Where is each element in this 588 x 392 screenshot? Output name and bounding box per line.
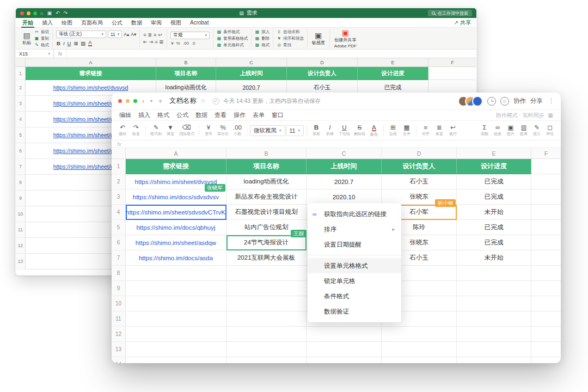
column-header-b[interactable]: B bbox=[226, 148, 307, 158]
menu-item[interactable]: 表单 bbox=[253, 111, 265, 119]
cell[interactable] bbox=[457, 327, 531, 342]
ribbon-tab[interactable]: 数据 bbox=[130, 18, 143, 28]
cell[interactable] bbox=[382, 357, 457, 363]
clipboard-mini-button[interactable]: ✂ 剪切 bbox=[34, 29, 49, 35]
ribbon-tab-home[interactable]: 开始 bbox=[21, 18, 34, 28]
menu-item-cell-format[interactable]: 设置单元格格式 bbox=[308, 258, 401, 273]
font-resize-button[interactable]: A▾ bbox=[131, 32, 136, 37]
cell[interactable] bbox=[531, 357, 561, 363]
more-menu-icon[interactable]: ⋮ bbox=[547, 97, 554, 105]
row-header[interactable]: 8 bbox=[112, 266, 126, 281]
cell[interactable] bbox=[531, 327, 561, 342]
cell[interactable] bbox=[531, 250, 561, 266]
row-header[interactable]: 9 bbox=[16, 191, 26, 206]
font-name-select[interactable]: 微软雅黑 ▾ bbox=[250, 125, 285, 136]
row-header[interactable]: 1 bbox=[16, 67, 26, 80]
font-style-button[interactable]: ▨ bbox=[81, 40, 85, 46]
cell[interactable]: 2021互联网大会展板 bbox=[226, 250, 307, 266]
cell-selected[interactable]: https://shimo.im/sheet/sdvsdvCTrvKa bbox=[126, 205, 226, 220]
header-cell[interactable]: 需求链接 bbox=[26, 67, 156, 80]
cell[interactable] bbox=[531, 235, 561, 250]
sensitivity-button[interactable]: ▣ 敏感度 bbox=[311, 32, 326, 46]
toolbar-button[interactable]: ▥图表 bbox=[517, 125, 530, 136]
toolbar-button[interactable]: I斜体 bbox=[323, 125, 336, 136]
cell[interactable]: https://shimo.im/docs/sdvsdvsv bbox=[126, 189, 226, 205]
cells-button[interactable]: ▦ 删除 bbox=[255, 36, 270, 41]
cell[interactable]: 已完成 bbox=[457, 220, 531, 235]
font-resize-button[interactable]: A▴ bbox=[124, 32, 129, 37]
header-cell[interactable]: 项目名称 bbox=[226, 159, 307, 174]
header-cell[interactable]: 设计进度 bbox=[358, 67, 428, 80]
cell[interactable] bbox=[382, 342, 457, 357]
toolbar-button[interactable]: ≣垂直 bbox=[433, 125, 446, 136]
column-header-e[interactable]: E bbox=[457, 148, 531, 158]
menu-item[interactable]: 编辑 bbox=[119, 111, 131, 119]
cell[interactable]: 2020.7 bbox=[307, 174, 382, 189]
header-cell[interactable]: 设计进度 bbox=[457, 159, 531, 174]
cell[interactable] bbox=[531, 189, 561, 205]
row-header[interactable]: 3 bbox=[112, 189, 126, 205]
cell[interactable] bbox=[531, 281, 561, 296]
row-header[interactable]: 6 bbox=[112, 235, 126, 250]
ribbon-tab[interactable]: 公式 bbox=[111, 18, 124, 28]
row-header[interactable]: 12 bbox=[112, 327, 126, 342]
cell[interactable]: 新品发布会主视觉设计 bbox=[226, 189, 307, 205]
cell[interactable] bbox=[307, 342, 382, 357]
back-icon[interactable]: ‹ bbox=[141, 98, 145, 105]
cell[interactable]: 未开始 bbox=[457, 205, 531, 220]
toolbar-button[interactable]: A颜色 bbox=[367, 125, 381, 137]
cell[interactable]: 石小玉 bbox=[382, 174, 457, 189]
row-header[interactable]: 7 bbox=[112, 250, 126, 266]
cell[interactable] bbox=[226, 266, 307, 281]
cell[interactable] bbox=[531, 311, 561, 327]
cell[interactable] bbox=[457, 357, 531, 363]
ribbon-tab[interactable]: 视图 bbox=[169, 18, 182, 28]
row-header[interactable]: 12 bbox=[16, 238, 26, 254]
toolbar-button[interactable]: ⊞边框 bbox=[387, 125, 400, 136]
cell[interactable]: 已完成 bbox=[457, 189, 531, 205]
align-button[interactable]: ⇤ bbox=[143, 39, 148, 45]
editing-button[interactable]: ▼ 排序和筛选 bbox=[277, 36, 304, 41]
header-cell[interactable]: 上线时间 bbox=[307, 159, 382, 174]
cell[interactable]: 石墨视觉设计项目规划 bbox=[226, 205, 307, 220]
toolbar-button[interactable]: ◻评论 bbox=[543, 125, 556, 136]
close-button[interactable] bbox=[118, 99, 122, 103]
style-button[interactable]: ▦ 条件格式 bbox=[217, 29, 248, 35]
header-cell[interactable]: 上线时间 bbox=[216, 67, 287, 80]
row-header[interactable]: 3 bbox=[16, 96, 26, 112]
menu-item-date-reminder[interactable]: 设置日期提醒 bbox=[308, 237, 401, 252]
row-header[interactable]: 7 bbox=[16, 159, 26, 175]
cell[interactable] bbox=[457, 266, 531, 281]
cell[interactable] bbox=[126, 266, 226, 281]
cell[interactable] bbox=[226, 296, 307, 311]
font-size-select[interactable]: 11 ▾ bbox=[108, 30, 122, 38]
font-style-button[interactable]: I bbox=[63, 40, 65, 46]
row-header[interactable]: 11 bbox=[16, 222, 26, 238]
cell[interactable] bbox=[531, 174, 561, 189]
toolbar-button[interactable]: S删除线 bbox=[352, 125, 367, 136]
toolbar-button[interactable]: Σ函数 bbox=[478, 125, 491, 136]
grid-view-icon[interactable]: ▦ bbox=[548, 112, 553, 118]
chevron-down-icon[interactable]: ▾ bbox=[149, 99, 154, 103]
workbook-search[interactable]: 在工作簿中搜索 bbox=[428, 10, 472, 16]
toolbar-button[interactable]: U下划线 bbox=[337, 125, 352, 136]
new-doc-icon[interactable]: + bbox=[157, 98, 163, 105]
menu-item-data-validation[interactable]: 数据验证 bbox=[308, 304, 401, 319]
cell[interactable] bbox=[226, 327, 307, 342]
cell[interactable]: 已完成 bbox=[457, 235, 531, 250]
cell[interactable] bbox=[531, 205, 561, 220]
cells-button[interactable]: ▦ 插入 bbox=[255, 29, 270, 35]
row-header[interactable]: 5 bbox=[16, 127, 26, 143]
cell[interactable]: 2020.10 bbox=[307, 189, 382, 205]
align-button[interactable]: ⇥ bbox=[149, 39, 154, 45]
cell[interactable]: 24节气海报设计 bbox=[226, 235, 307, 250]
style-button[interactable]: ▦ 单元格样式 bbox=[217, 42, 248, 48]
column-header-c[interactable]: C bbox=[216, 58, 287, 66]
number-format-button[interactable]: % bbox=[176, 41, 181, 46]
style-button[interactable]: ▦ 套用表格格式 bbox=[217, 36, 248, 41]
toolbar-button[interactable]: ↩换行 bbox=[446, 125, 460, 136]
toolbar-button[interactable]: ↶撤销 bbox=[116, 125, 129, 136]
maximize-button[interactable] bbox=[133, 99, 137, 103]
cell[interactable] bbox=[531, 342, 561, 357]
align-button[interactable]: ≡ bbox=[155, 39, 157, 45]
